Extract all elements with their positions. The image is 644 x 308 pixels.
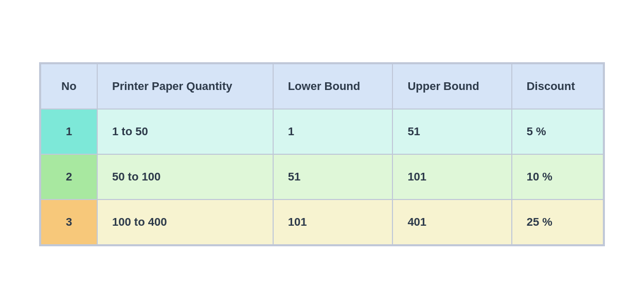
header-upper-bound: Upper Bound — [392, 64, 511, 109]
cell-upper-bound: 101 — [392, 154, 511, 200]
cell-discount: 5 % — [512, 109, 603, 154]
table-header-row: No Printer Paper Quantity Lower Bound Up… — [41, 64, 603, 109]
cell-no: 2 — [41, 154, 97, 200]
table-row: 3100 to 40010140125 % — [41, 200, 603, 245]
discount-table: No Printer Paper Quantity Lower Bound Up… — [39, 62, 605, 246]
cell-no: 3 — [41, 200, 97, 245]
header-quantity: Printer Paper Quantity — [97, 64, 273, 109]
cell-lower-bound: 101 — [273, 200, 393, 245]
table-row: 250 to 1005110110 % — [41, 154, 603, 200]
cell-lower-bound: 1 — [273, 109, 393, 154]
cell-discount: 25 % — [512, 200, 603, 245]
header-no: No — [41, 64, 97, 109]
cell-quantity: 50 to 100 — [97, 154, 273, 200]
header-lower-bound: Lower Bound — [273, 64, 393, 109]
cell-upper-bound: 401 — [392, 200, 511, 245]
cell-quantity: 1 to 50 — [97, 109, 273, 154]
table-row: 11 to 501515 % — [41, 109, 603, 154]
cell-quantity: 100 to 400 — [97, 200, 273, 245]
cell-upper-bound: 51 — [392, 109, 511, 154]
cell-lower-bound: 51 — [273, 154, 393, 200]
cell-no: 1 — [41, 109, 97, 154]
header-discount: Discount — [512, 64, 603, 109]
cell-discount: 10 % — [512, 154, 603, 200]
